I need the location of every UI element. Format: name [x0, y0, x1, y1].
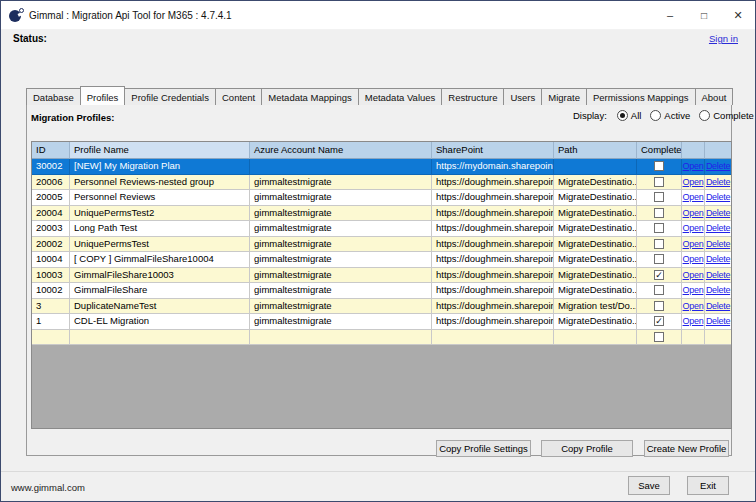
tab-database[interactable]: Database [26, 88, 81, 105]
open-link[interactable]: Open [683, 237, 704, 252]
column-header-profile-name[interactable]: Profile Name [70, 142, 250, 159]
close-icon[interactable]: ✕ [721, 1, 755, 29]
delete-link[interactable]: Delete [706, 299, 730, 314]
delete-link[interactable]: Delete [706, 221, 730, 236]
complete-checkbox[interactable] [654, 301, 664, 311]
cell-open: Open [682, 237, 705, 253]
table-row[interactable]: 3DuplicateNameTestgimmaltestmigratehttps… [32, 299, 731, 315]
radio-active[interactable]: Active [650, 110, 690, 121]
cell-sharepoint: https://doughmein.sharepoint.com/sites/M… [432, 252, 554, 268]
cell-profile-name: Personnel Reviews-nested group [70, 175, 250, 191]
app-window: Gimmal : Migration Api Tool for M365 : 4… [0, 0, 756, 502]
tab-content[interactable]: Content [215, 88, 262, 105]
column-header-complete[interactable]: Complete [637, 142, 682, 159]
tab-restructure[interactable]: Restructure [441, 88, 504, 105]
column-header-blank-7[interactable] [705, 142, 731, 159]
complete-checkbox[interactable] [654, 177, 664, 187]
cell-id [32, 330, 70, 346]
create-new-profile-button[interactable]: Create New Profile [644, 440, 729, 457]
tab-users[interactable]: Users [503, 88, 542, 105]
open-link[interactable]: Open [683, 159, 704, 174]
open-link[interactable]: Open [683, 252, 704, 267]
column-header-path[interactable]: Path [554, 142, 637, 159]
tab-profile-credentials[interactable]: Profile Credentials [124, 88, 216, 105]
cell-profile-name: UniquePermsTest2 [70, 206, 250, 222]
cell-complete [637, 159, 682, 175]
tab-about[interactable]: About [695, 88, 734, 105]
complete-checkbox[interactable] [654, 285, 664, 295]
complete-checkbox[interactable]: ✓ [654, 316, 664, 326]
table-row[interactable]: 10003GimmalFileShare10003gimmaltestmigra… [32, 268, 731, 284]
open-link[interactable]: Open [683, 314, 704, 329]
complete-checkbox[interactable] [654, 332, 664, 342]
cell-azure-account: gimmaltestmigrate [250, 237, 432, 253]
delete-link[interactable]: Delete [706, 206, 730, 221]
cell-path: MigrateDestinatio... [554, 283, 637, 299]
table-row[interactable]: 20006Personnel Reviews-nested groupgimma… [32, 175, 731, 191]
cell-sharepoint: https://doughmein.sharepoint.com/sites/M… [432, 314, 554, 330]
cell-azure-account: gimmaltestmigrate [250, 252, 432, 268]
open-link[interactable]: Open [683, 221, 704, 236]
complete-checkbox[interactable] [654, 223, 664, 233]
delete-link[interactable]: Delete [706, 175, 730, 190]
complete-checkbox[interactable]: ✓ [654, 270, 664, 280]
complete-checkbox[interactable] [654, 192, 664, 202]
cell-sharepoint [432, 330, 554, 346]
tab-migrate[interactable]: Migrate [541, 88, 587, 105]
cell-sharepoint: https://doughmein.sharepoint.com/sites/M… [432, 175, 554, 191]
complete-checkbox[interactable] [654, 254, 664, 264]
open-link[interactable]: Open [683, 268, 704, 283]
sign-in-link[interactable]: Sign in [709, 33, 738, 44]
cell-complete [637, 252, 682, 268]
exit-button[interactable]: Exit [687, 476, 729, 495]
complete-checkbox[interactable] [654, 239, 664, 249]
copy-profile-settings-button[interactable]: Copy Profile Settings [436, 440, 531, 457]
open-link[interactable]: Open [683, 175, 704, 190]
cell-azure-account: gimmaltestmigrate [250, 221, 432, 237]
table-row[interactable]: 20005Personnel Reviewsgimmaltestmigrateh… [32, 190, 731, 206]
copy-profile-button[interactable]: Copy Profile [541, 440, 633, 457]
cell-path: MigrateDestinatio... [554, 237, 637, 253]
table-row[interactable]: 1CDL-EL Migrationgimmaltestmigratehttps:… [32, 314, 731, 330]
complete-checkbox[interactable] [654, 161, 664, 171]
radio-icon [617, 110, 628, 121]
column-header-blank-6[interactable] [682, 142, 705, 159]
radio-all[interactable]: All [617, 110, 642, 121]
delete-link[interactable]: Delete [706, 283, 730, 298]
radio-complete[interactable]: Complete [699, 110, 754, 121]
cell-complete [637, 237, 682, 253]
cell-id: 10004 [32, 252, 70, 268]
table-row[interactable]: 20004UniquePermsTest2gimmaltestmigrateht… [32, 206, 731, 222]
column-header-id[interactable]: ID [32, 142, 70, 159]
delete-link[interactable]: Delete [706, 237, 730, 252]
column-header-sharepoint[interactable]: SharePoint [432, 142, 554, 159]
cell-path [554, 159, 637, 175]
table-row[interactable]: 30002[NEW] My Migration Planhttps://mydo… [32, 159, 731, 175]
minimize-icon[interactable]: – [653, 1, 687, 29]
tab-metadata-mappings[interactable]: Metadata Mappings [261, 88, 358, 105]
delete-link[interactable]: Delete [706, 252, 730, 267]
tab-metadata-values[interactable]: Metadata Values [358, 88, 443, 105]
table-row[interactable]: 10004[ COPY ] GimmalFileShare10004gimmal… [32, 252, 731, 268]
window-title: Gimmal : Migration Api Tool for M365 : 4… [29, 10, 232, 21]
save-button[interactable]: Save [628, 476, 670, 495]
open-link[interactable]: Open [683, 206, 704, 221]
maximize-icon[interactable]: □ [687, 1, 721, 29]
table-row[interactable] [32, 330, 731, 346]
table-row[interactable]: 20002UniquePermsTestgimmaltestmigratehtt… [32, 237, 731, 253]
table-row[interactable]: 10002GimmalFileSharegimmaltestmigratehtt… [32, 283, 731, 299]
delete-link[interactable]: Delete [706, 314, 730, 329]
complete-checkbox[interactable] [654, 208, 664, 218]
open-link[interactable]: Open [683, 283, 704, 298]
cell-delete: Delete [705, 252, 731, 268]
delete-link[interactable]: Delete [706, 190, 730, 205]
column-header-azure-account-name[interactable]: Azure Account Name [250, 142, 432, 159]
delete-link[interactable]: Delete [706, 159, 730, 174]
delete-link[interactable]: Delete [706, 268, 730, 283]
tab-permissions-mappings[interactable]: Permissions Mappings [586, 88, 696, 105]
open-link[interactable]: Open [683, 190, 704, 205]
open-link[interactable]: Open [683, 299, 704, 314]
cell-delete: Delete [705, 283, 731, 299]
table-row[interactable]: 20003Long Path Testgimmaltestmigratehttp… [32, 221, 731, 237]
tab-profiles[interactable]: Profiles [80, 86, 126, 105]
